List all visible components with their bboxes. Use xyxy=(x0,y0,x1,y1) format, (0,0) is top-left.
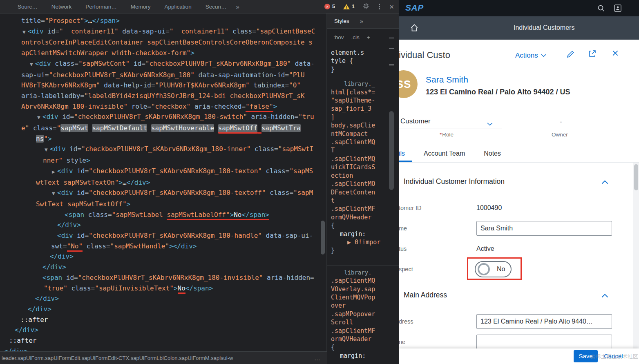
css-line[interactable]: .sapMPopover xyxy=(327,310,399,318)
code-line[interactable]: </div> xyxy=(0,262,326,272)
tab-account-team[interactable]: Account Team xyxy=(424,145,465,162)
field-input[interactable]: 123 El Camino Real / Palo Alto 9440… xyxy=(476,314,612,329)
sidebar-more-tabs-icon[interactable]: » xyxy=(360,18,363,25)
css-line[interactable]: margin: xyxy=(327,352,399,360)
code-line[interactable]: ▼<div id="__container11" data-sap-ui="__… xyxy=(0,26,326,38)
css-line[interactable]: sap_fiori_3 xyxy=(327,105,399,113)
collapse-chevron-up-icon[interactable] xyxy=(601,292,608,299)
css-line[interactable]: uickTICardsS xyxy=(327,163,399,171)
home-icon[interactable] xyxy=(410,23,419,34)
css-line[interactable]: .sapClientMQ xyxy=(327,277,399,285)
code-line[interactable]: e" class="sapMSwt sapMSwtDefault sapMSwt… xyxy=(0,123,326,134)
stylesheet-link[interactable]: library._ xyxy=(327,268,399,277)
collapse-chevron-up-icon[interactable] xyxy=(601,179,608,186)
devtools-tab-securi[interactable]: Securi… xyxy=(199,4,234,10)
css-line[interactable]: over xyxy=(327,301,399,310)
css-line[interactable]: .sapClientMF xyxy=(327,205,399,213)
code-line[interactable]: </div> xyxy=(0,293,326,304)
code-line[interactable]: ns"> xyxy=(0,134,326,144)
content-scrollbar[interactable] xyxy=(633,163,639,348)
devtools-close-icon[interactable]: × xyxy=(389,3,394,11)
css-line[interactable]: } xyxy=(327,246,399,255)
breadcrumb-overflow-icon[interactable]: … xyxy=(314,355,323,362)
content-scrollbar-thumb[interactable] xyxy=(634,164,638,190)
devtools-tab-network[interactable]: Network xyxy=(45,4,79,10)
tab-notes[interactable]: Notes xyxy=(484,145,501,162)
code-line[interactable]: </div> xyxy=(0,220,326,230)
warning-badge[interactable]: ! 1 xyxy=(343,4,355,9)
actions-button[interactable]: Actions xyxy=(515,51,546,60)
elements-scrollbar-thumb[interactable] xyxy=(321,221,325,255)
code-line[interactable]: HV8rT$KAbrv6NRxK8gm" data-help-id="PlUHV… xyxy=(0,80,326,91)
code-line[interactable]: <div id="checkboxPlUHV8rT_sKAbrv6NRxK8gm… xyxy=(0,230,326,241)
code-line[interactable]: SwtText sapMSwtTextOff"> xyxy=(0,199,326,210)
css-line[interactable]: .sapClientMQ xyxy=(327,155,399,163)
more-tabs-icon[interactable]: » xyxy=(233,3,241,10)
customer-name-link[interactable]: Sara Smith xyxy=(426,75,468,85)
role-chevron-down-icon[interactable] xyxy=(487,120,493,127)
code-line[interactable]: <span class="sapMSwtLabel sapMSwtLabelOf… xyxy=(0,210,326,220)
styles-scrollbar-thumb[interactable] xyxy=(389,111,394,190)
code-line[interactable]: ▼<div id="checkboxPlUHV8rT_sKAbrv6NRxK8g… xyxy=(0,144,326,155)
code-line[interactable]: apClientMSwitchWrapper width-checkbox-fo… xyxy=(0,48,326,58)
css-line[interactable]: { xyxy=(327,343,399,351)
code-line[interactable]: nner" style> xyxy=(0,155,326,166)
toggle-hover-state[interactable]: :hov xyxy=(333,34,344,40)
code-line[interactable]: ontrolsCoreInPlaceEditContainer sapClien… xyxy=(0,37,326,48)
toggle-classes[interactable]: .cls xyxy=(351,34,360,40)
code-line[interactable]: wtText sapMSwtTextOn">…</div> xyxy=(0,177,326,188)
field-input[interactable]: Sara Smith xyxy=(476,221,612,236)
new-style-rule-icon[interactable]: + xyxy=(367,34,370,40)
devtools-tab-sourc[interactable]: Sourc… xyxy=(11,4,45,10)
code-line[interactable]: sap-ui="checkboxPlUHV8rT_sKAbrv6NRxK8gm_… xyxy=(0,70,326,80)
stylesheet-link[interactable]: library._ xyxy=(327,80,399,88)
css-line[interactable]: VOverlay.sap xyxy=(327,285,399,293)
field-input[interactable] xyxy=(476,335,612,348)
css-line[interactable]: tyle { xyxy=(327,57,399,65)
error-badge[interactable]: × 5 xyxy=(324,4,335,9)
code-line[interactable]: ::after xyxy=(0,315,326,325)
kebab-menu-icon[interactable] xyxy=(378,4,381,9)
code-line[interactable]: </div> xyxy=(0,346,326,351)
code-line[interactable]: ▼<div id="checkboxPlUHV8rT_sKAbrv6NRxK8g… xyxy=(0,112,326,123)
code-line[interactable]: ▼<div class="sapMSwtCont" id="checkboxPl… xyxy=(0,58,326,70)
css-line[interactable]: ormQVHeader xyxy=(327,335,399,343)
css-line[interactable]: ▶ 0!impor xyxy=(327,238,399,246)
css-line[interactable]: Scroll xyxy=(327,318,399,326)
css-line[interactable]: .sapClientMQ xyxy=(327,138,399,146)
code-line[interactable]: <span id="checkboxPlUHV8rT_sKAbrv6NRxK8g… xyxy=(0,272,326,283)
css-line[interactable]: .sapClientMF xyxy=(327,327,399,335)
search-icon[interactable] xyxy=(597,4,605,13)
code-line[interactable]: "true" class="sapUiInvisibleText">No</sp… xyxy=(0,283,326,294)
gear-icon[interactable] xyxy=(363,3,369,11)
css-line[interactable]: "sapUiTheme- xyxy=(327,96,399,105)
code-line[interactable]: ▼<div id="checkboxPlUHV8rT_sKAbrv6NRxK8g… xyxy=(0,188,326,199)
tab-ils[interactable]: ils xyxy=(399,145,405,162)
css-line[interactable]: ection xyxy=(327,172,399,180)
code-line[interactable]: ::after xyxy=(0,335,326,346)
css-line[interactable]: element.s xyxy=(327,49,399,57)
css-line[interactable]: ormQVHeader xyxy=(327,213,399,221)
css-line[interactable]: ClientMQVPop xyxy=(327,293,399,301)
devtools-tab-performan[interactable]: Performan… xyxy=(78,4,124,10)
code-line[interactable]: ▶<div id="checkboxPlUHV8rT_sKAbrv6NRxK8g… xyxy=(0,166,326,177)
code-line[interactable]: </div> xyxy=(0,251,326,262)
css-line[interactable]: margin: xyxy=(327,230,399,238)
css-line[interactable]: DFacetConten xyxy=(327,188,399,197)
css-line[interactable]: ] xyxy=(327,113,399,121)
devtools-tab-application[interactable]: Application xyxy=(158,4,199,10)
css-line[interactable]: html[class*= xyxy=(327,88,399,96)
code-line[interactable]: Abrv6NRxK8gm_180-invisible" role="checkb… xyxy=(0,101,326,112)
tab-styles[interactable]: Styles xyxy=(334,18,349,24)
dom-breadcrumb[interactable]: leader.sapUiForm.sapUiFormEdit.sapUiForm… xyxy=(2,355,233,361)
code-line[interactable]: aria-labelledby="labeldBYid4zisqUYfh3SOr… xyxy=(0,91,326,101)
code-line[interactable]: swt="No" class="sapMSwtHandle"></div> xyxy=(0,241,326,252)
css-line[interactable]: } xyxy=(327,65,399,74)
css-line[interactable]: ntMCompact xyxy=(327,130,399,138)
css-line[interactable]: body.sapClie xyxy=(327,121,399,130)
close-icon[interactable] xyxy=(612,50,619,58)
css-line[interactable]: .sapClientMO xyxy=(327,180,399,188)
role-select-value[interactable]: Customer xyxy=(400,117,431,125)
profile-icon[interactable] xyxy=(614,4,621,13)
share-icon[interactable] xyxy=(588,49,597,59)
